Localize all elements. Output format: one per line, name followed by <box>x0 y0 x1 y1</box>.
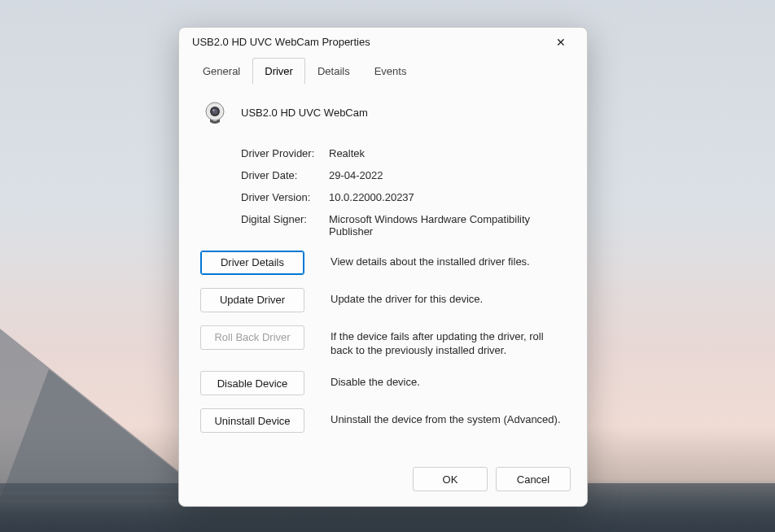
update-driver-desc: Update the driver for this device. <box>331 288 566 307</box>
webcam-icon <box>200 98 230 128</box>
info-row-signer: Digital Signer: Microsoft Windows Hardwa… <box>241 213 566 238</box>
tab-details[interactable]: Details <box>305 58 362 84</box>
dialog-footer: OK Cancel <box>179 457 587 506</box>
tab-general[interactable]: General <box>190 58 252 84</box>
close-icon: ✕ <box>556 37 566 48</box>
date-label: Driver Date: <box>241 169 329 181</box>
device-header: USB2.0 HD UVC WebCam <box>200 98 566 128</box>
info-row-date: Driver Date: 29-04-2022 <box>241 169 566 181</box>
action-row-disable: Disable Device Disable the device. <box>200 371 566 395</box>
properties-dialog: USB2.0 HD UVC WebCam Properties ✕ Genera… <box>178 27 588 507</box>
rollback-driver-desc: If the device fails after updating the d… <box>331 325 566 358</box>
tab-driver[interactable]: Driver <box>252 58 305 84</box>
tab-content: USB2.0 HD UVC WebCam Driver Provider: Re… <box>179 84 587 457</box>
device-name: USB2.0 HD UVC WebCam <box>241 107 368 119</box>
signer-label: Digital Signer: <box>241 213 329 238</box>
disable-device-button[interactable]: Disable Device <box>200 371 304 395</box>
action-row-uninstall: Uninstall Device Uninstall the device fr… <box>200 408 566 433</box>
window-title: USB2.0 HD UVC WebCam Properties <box>192 36 370 48</box>
titlebar: USB2.0 HD UVC WebCam Properties ✕ <box>179 28 587 57</box>
date-value: 29-04-2022 <box>329 169 566 181</box>
info-row-provider: Driver Provider: Realtek <box>241 147 566 159</box>
tab-strip: General Driver Details Events <box>179 57 587 84</box>
info-row-version: Driver Version: 10.0.22000.20237 <box>241 191 566 203</box>
version-label: Driver Version: <box>241 191 329 203</box>
uninstall-device-desc: Uninstall the device from the system (Ad… <box>331 408 566 427</box>
close-button[interactable]: ✕ <box>546 30 576 55</box>
cancel-button[interactable]: Cancel <box>496 467 571 491</box>
driver-details-desc: View details about the installed driver … <box>331 251 566 269</box>
version-value: 10.0.22000.20237 <box>329 191 566 203</box>
tab-events[interactable]: Events <box>362 58 419 84</box>
uninstall-device-button[interactable]: Uninstall Device <box>200 408 304 433</box>
provider-label: Driver Provider: <box>241 147 329 159</box>
disable-device-desc: Disable the device. <box>331 371 566 390</box>
driver-info: Driver Provider: Realtek Driver Date: 29… <box>241 147 566 238</box>
signer-value: Microsoft Windows Hardware Compatibility… <box>329 213 566 238</box>
ok-button[interactable]: OK <box>413 467 488 491</box>
action-row-rollback: Roll Back Driver If the device fails aft… <box>200 325 566 358</box>
update-driver-button[interactable]: Update Driver <box>200 288 304 312</box>
svg-point-2 <box>212 108 218 114</box>
svg-point-3 <box>212 109 215 111</box>
driver-details-button[interactable]: Driver Details <box>200 251 304 275</box>
action-row-update: Update Driver Update the driver for this… <box>200 288 566 312</box>
provider-value: Realtek <box>329 147 566 159</box>
rollback-driver-button: Roll Back Driver <box>200 325 304 350</box>
action-row-details: Driver Details View details about the in… <box>200 251 566 275</box>
